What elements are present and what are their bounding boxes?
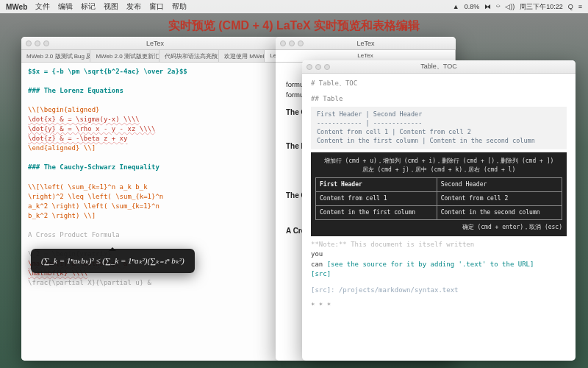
zoom-icon[interactable]	[324, 64, 330, 70]
menu-edit[interactable]: 编辑	[58, 1, 73, 12]
table-cell[interactable]: Content in the second column	[437, 205, 562, 219]
tab[interactable]: 代码块和语法高亮预览	[159, 50, 219, 62]
shortcut-hint: 增加行 (cmd + u)，增加列 (cmd + i)，删除行 (cmd + […	[315, 157, 562, 166]
link[interactable]: [see the source for it by adding '.text'…	[327, 261, 534, 268]
hr: * * *	[311, 301, 567, 311]
menu-icon[interactable]: ≡	[578, 3, 582, 10]
shortcut-hint: 确定 (cmd + enter)，取消 (esc)	[315, 223, 562, 232]
table-cell[interactable]: First Header	[316, 177, 437, 191]
note: can [see the source for it by adding '.t…	[311, 260, 567, 270]
tab[interactable]: MWeb 2.0 测试版更新汇总	[90, 50, 159, 62]
zoom-icon[interactable]	[298, 40, 304, 46]
edit-table[interactable]: First HeaderSecond Header Content from c…	[315, 177, 562, 220]
menu-window[interactable]: 窗口	[149, 1, 164, 12]
h2: ## Table	[311, 94, 567, 105]
menu-view[interactable]: 视图	[104, 1, 118, 12]
minimize-icon[interactable]	[315, 64, 321, 70]
editor-window[interactable]: LeTex MWeb 2.0 版测试 Bug 及... MWeb 2.0 测试版…	[21, 37, 289, 361]
tab-bar[interactable]: MWeb 2.0 版测试 Bug 及... MWeb 2.0 测试版更新汇总 代…	[21, 50, 289, 63]
ref: [src]: /projects/markdown/syntax.text	[311, 286, 567, 296]
menu-help[interactable]: 帮助	[172, 1, 187, 12]
table-source[interactable]: First Header | Second Header -----------…	[311, 107, 567, 149]
wifi-icon[interactable]: ⌔	[496, 3, 500, 10]
note: **Note:** This document is itself writte…	[311, 240, 567, 250]
menubar: MWeb 文件 编辑 标记 视图 发布 窗口 帮助 ▲ 0.8% ⧓ ⌔ ◁))…	[0, 0, 588, 13]
wifi-icon[interactable]: ▲	[453, 3, 459, 10]
table-cell[interactable]: Content in the first column	[316, 205, 437, 219]
tab[interactable]: 欢迎使用 MWeb	[219, 50, 265, 62]
table-cell[interactable]: Second Header	[437, 177, 562, 191]
zoom-icon[interactable]	[43, 40, 49, 46]
clock[interactable]: 周三下午10:22	[520, 2, 563, 12]
menu-mark[interactable]: 标记	[81, 1, 96, 12]
menu-publish[interactable]: 发布	[126, 1, 141, 12]
page-title: 实时预览 (CMD + 4) LaTeX 实时预览和表格编辑	[0, 13, 588, 39]
minimize-icon[interactable]	[289, 40, 295, 46]
menu-file[interactable]: 文件	[35, 1, 50, 12]
table-window[interactable]: Table、TOC # Table、TOC ## Table First Hea…	[302, 60, 576, 361]
h1: # Table、TOC	[311, 79, 567, 89]
close-icon[interactable]	[280, 40, 286, 46]
close-icon[interactable]	[306, 64, 312, 70]
titlebar[interactable]: Table、TOC	[302, 60, 576, 74]
battery-pct: 0.8%	[465, 3, 480, 10]
table-edit-overlay: 增加行 (cmd + u)，增加列 (cmd + i)，删除行 (cmd + […	[311, 152, 567, 236]
bluetooth-icon[interactable]: ⧓	[484, 3, 491, 10]
latex-formula: (∑_k = 1ⁿaₖbₖ)² ≤ (∑_k = 1ⁿaₖ²)(∑ₖ₌₁ⁿ bₖ…	[41, 256, 184, 265]
link[interactable]: [src]	[311, 269, 567, 280]
tab[interactable]: MWeb 2.0 版测试 Bug 及...	[21, 50, 90, 62]
search-icon[interactable]: Q	[568, 3, 573, 10]
note: you	[311, 250, 567, 260]
latex-preview-tooltip: (∑_k = 1ⁿaₖbₖ)² ≤ (∑_k = 1ⁿaₖ²)(∑ₖ₌₁ⁿ bₖ…	[31, 249, 195, 273]
shortcut-hint: 居左 (cmd + j)，居中 (cmd + k)，居右 (cmd + l)	[315, 166, 562, 174]
volume-icon[interactable]: ◁))	[505, 3, 514, 10]
minimize-icon[interactable]	[35, 40, 40, 46]
window-title: LeTex	[146, 40, 164, 47]
close-icon[interactable]	[26, 40, 32, 46]
table-edit-pane[interactable]: # Table、TOC ## Table First Header | Seco…	[302, 74, 576, 361]
table-cell[interactable]: Content from cell 2	[437, 191, 562, 205]
editor-pane[interactable]: $$x = {-b \pm \sqrt{b^2-4ac} \over 2a}$$…	[21, 63, 289, 361]
titlebar[interactable]: LeTex	[21, 37, 289, 50]
window-title: Table、TOC	[420, 62, 456, 71]
table-cell[interactable]: Content from cell 1	[316, 191, 437, 205]
titlebar[interactable]: LeTex	[276, 37, 456, 50]
app-name[interactable]: MWeb	[6, 3, 27, 11]
window-title: LeTex	[356, 40, 374, 47]
